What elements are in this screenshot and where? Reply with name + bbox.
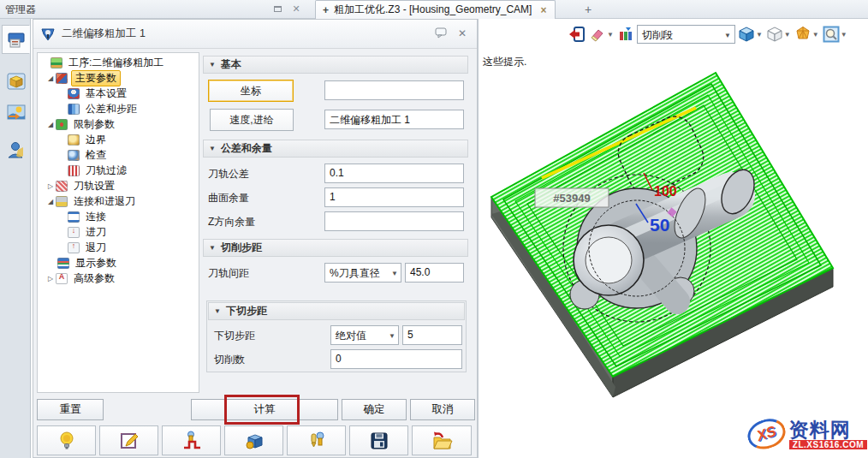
watermark: XS 资料网 ZL.XS1616.COM [747, 413, 867, 455]
top-strip: 管理器 ✕ + 粗加工优化.Z3 - [Housing_Geometry_CAM… [0, 0, 868, 19]
boundary-icon [68, 134, 80, 146]
tree-item-tolerance-step[interactable]: 公差和步距 [38, 101, 199, 116]
sidebar-render-button[interactable] [2, 98, 30, 127]
expanded-icon[interactable]: ◢ [46, 74, 55, 82]
tree-item-check[interactable]: 检查 [38, 147, 199, 163]
reset-button[interactable]: 重置 [37, 399, 104, 420]
tree-item-limit-params[interactable]: ◢限制参数 [38, 116, 199, 132]
tool-manager-button[interactable] [287, 425, 346, 455]
lead-out-icon [68, 242, 80, 253]
collapse-triangle-icon: ▼ [214, 307, 221, 315]
cancel-button[interactable]: 取消 [410, 399, 475, 420]
segment-tooltip-label: #53949 [553, 192, 590, 205]
expanded-icon[interactable]: ◢ [46, 121, 55, 128]
path-tolerance-input[interactable]: 0.1 [324, 164, 464, 183]
parameter-tree: 工序:二维偏移粗加工 ◢主要参数 基本设置 公差和步距 ◢限制参数 边界 检查 … [37, 52, 199, 393]
dialog-header[interactable]: 二维偏移粗加工 1 ✕ [33, 20, 477, 49]
surface-stock-input[interactable]: 1 [324, 187, 464, 207]
new-tab-button[interactable]: + [579, 2, 597, 18]
z-stock-label: Z方向余量 [208, 215, 255, 229]
parameter-panel: ▼基本 坐标 速度,进给 二维偏移粗加工 1 ▼公差和余量 刀轨公差 0.1 曲… [201, 52, 472, 393]
user-icon [6, 140, 27, 160]
tree-item-toolpath-filter[interactable]: 刀轨过滤 [38, 163, 199, 178]
tree-item-display-params[interactable]: 显示参数 [38, 255, 199, 271]
check-icon [68, 150, 80, 161]
open-folder-icon [431, 431, 453, 451]
dimension-100-label: 100 [654, 184, 677, 199]
stepover-mode-dropdown[interactable]: %刀具直径▼ [324, 263, 401, 283]
cam-features-button[interactable] [224, 425, 283, 455]
tree-item-link[interactable]: 连接 [38, 209, 199, 224]
stepover-value-input[interactable]: 45.0 [405, 263, 464, 283]
tolerance-step-icon [68, 104, 80, 115]
operation-icon [40, 27, 56, 42]
sidebar-user-button[interactable] [2, 135, 30, 164]
coordinates-value-input[interactable] [324, 80, 464, 100]
sidebar-cam-manager-button[interactable] [2, 25, 30, 54]
expanded-icon[interactable]: ◢ [46, 198, 55, 205]
dimension-50-label: 50 [650, 215, 669, 235]
dialog-title: 二维偏移粗加工 1 [62, 27, 427, 41]
panel-close-icon[interactable]: ✕ [289, 3, 303, 15]
tools-pair-icon [306, 431, 328, 451]
section-stepover[interactable]: ▼切削步距 [203, 239, 468, 257]
collapsed-icon[interactable]: ▷ [46, 275, 55, 283]
sidebar-solid-model-button[interactable] [2, 67, 30, 96]
document-tab[interactable]: + 粗加工优化.Z3 - [Housing_Geometry_CAM] × [315, 0, 556, 19]
section-stepdown[interactable]: ▼下切步距 [208, 302, 465, 320]
toolpath-filter-icon [68, 165, 80, 176]
tree-item-boundary[interactable]: 边界 [38, 132, 199, 147]
tree-item-toolpath-settings[interactable]: ▷刀轨设置 [38, 178, 199, 193]
basic-settings-icon [68, 88, 80, 99]
stepdown-value-input[interactable]: 5 [402, 325, 462, 345]
save-operation-button[interactable] [349, 425, 408, 455]
path-tolerance-label: 刀轨公差 [208, 167, 249, 181]
coordinates-button[interactable]: 坐标 [208, 80, 294, 102]
toolpath-tool-icon [181, 431, 203, 451]
tab-close-icon[interactable]: × [540, 4, 546, 16]
tree-item-advanced-params[interactable]: ▷高级参数 [38, 271, 199, 286]
section-tolerance[interactable]: ▼公差和余量 [203, 140, 468, 158]
link-lead-icon [56, 196, 68, 207]
chevron-down-icon: ▼ [391, 270, 398, 277]
toolpath-settings-icon [56, 181, 68, 192]
panel-restore-icon[interactable] [271, 3, 284, 15]
tree-item-lead-out[interactable]: 退刀 [38, 240, 199, 255]
calculate-button[interactable]: 计算 [191, 399, 338, 420]
cut-count-input[interactable]: 0 [330, 349, 462, 369]
collapsed-icon[interactable]: ▷ [46, 182, 55, 190]
stepdown-label: 下切步距 [214, 329, 255, 343]
display-params-icon [57, 258, 69, 269]
tree-item-process[interactable]: 工序:二维偏移粗加工 [38, 55, 199, 70]
tree-item-lead-in[interactable]: 进刀 [38, 224, 199, 240]
solid-cube-icon [6, 71, 27, 92]
load-operation-button[interactable] [412, 425, 472, 455]
watermark-site-url: ZL.XS1616.COM [789, 440, 867, 449]
section-basic[interactable]: ▼基本 [203, 56, 468, 74]
ok-button[interactable]: 确定 [342, 399, 407, 420]
tree-item-link-lead[interactable]: ◢连接和进退刀 [38, 193, 199, 209]
stepdown-mode-dropdown[interactable]: 绝对值▼ [330, 325, 399, 345]
left-sidebar [0, 19, 31, 458]
z-stock-input[interactable] [324, 211, 464, 231]
operation-name-input[interactable]: 二维偏移粗加工 1 [324, 110, 464, 129]
manager-panel-title: 管理器 [5, 3, 36, 17]
save-floppy-icon [369, 431, 389, 451]
speed-feed-button[interactable]: 速度,进给 [210, 109, 294, 131]
tips-button[interactable] [37, 425, 96, 455]
edit-operation-button[interactable] [99, 425, 158, 455]
lightbulb-icon [57, 431, 76, 451]
comment-bubble-icon[interactable] [433, 27, 449, 41]
tree-item-main-params[interactable]: ◢主要参数 [38, 70, 199, 86]
main-params-icon [56, 73, 68, 84]
toolpath-editor-button[interactable] [162, 425, 221, 455]
tree-item-basic-settings[interactable]: 基本设置 [38, 86, 199, 101]
dialog-close-icon[interactable]: ✕ [455, 27, 470, 41]
operation-dialog: 二维偏移粗加工 1 ✕ 工序:二维偏移粗加工 ◢主要参数 基本设置 公差和步距 … [33, 19, 478, 458]
lead-in-icon [68, 227, 80, 238]
surface-stock-label: 曲面余量 [208, 191, 249, 205]
graphics-viewport[interactable]: ▼ 切削段▼ ▼ ▼ ▼ ▼ 这些提示. [478, 19, 868, 458]
collapse-triangle-icon: ▼ [209, 244, 216, 252]
stepdown-group: ▼下切步距 下切步距 绝对值▼ 5 切削数 0 [206, 300, 467, 372]
machining-scene[interactable]: #53949 100 50 [479, 19, 868, 458]
